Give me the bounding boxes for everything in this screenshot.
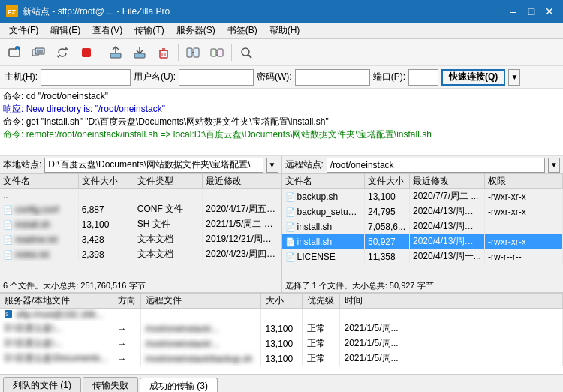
remote-file-name: install.sh	[282, 219, 365, 234]
table-row[interactable]: backup_setup.sh 24,795 2020/4/13/周一-... …	[282, 204, 563, 219]
local-path-dropdown[interactable]: ▼	[266, 158, 278, 173]
connect-dropdown[interactable]: ▼	[508, 69, 520, 86]
remote-status-text: 选择了 1 个文件。大小总共: 50,927 字节	[285, 280, 434, 291]
table-row[interactable]: backup.sh 13,100 2020/7/7/周二 ... -rwxr-x…	[282, 189, 563, 204]
table-row[interactable]: install.sh 7,058,6... 2020/4/13/周一-...	[282, 219, 563, 234]
local-file-type: 文本文档	[134, 232, 203, 247]
tb-upload[interactable]	[104, 42, 127, 63]
table-row[interactable]: D:\百度云盘\Documents... → /root/oneinstack/…	[0, 351, 563, 366]
transfer-size: 13,100	[260, 351, 302, 366]
local-panel-header: 本地站点: ▼	[0, 156, 282, 174]
tb-download[interactable]	[128, 42, 151, 63]
local-col-size[interactable]: 文件大小	[78, 174, 134, 189]
local-file-modified: 2021/1/5/周二 16...	[203, 217, 281, 232]
table-row[interactable]: install.sh 50,927 2020/4/13/周一-... -rwxr…	[282, 234, 563, 249]
local-col-modified[interactable]: 最近修改	[203, 174, 281, 189]
transfer-remote: /root/oneinstack/...	[140, 336, 260, 351]
tb-compare-dirs[interactable]	[206, 42, 228, 63]
title-bar-left: FZ 新站点 - sftp://root@ ... - FileZilla Pr…	[6, 5, 170, 18]
table-row[interactable]: config.conf 6,887 CONF 文件 2020/4/17/周五 9…	[0, 202, 281, 217]
remote-col-size[interactable]: 文件大小	[365, 174, 410, 189]
menu-help[interactable]: 帮助(H)	[263, 23, 306, 38]
transfer-col-time[interactable]: 时间	[339, 294, 563, 309]
svg-text:FZ: FZ	[8, 8, 16, 16]
menu-file[interactable]: 文件(F)	[3, 23, 44, 38]
transfer-priority: 正常	[302, 351, 339, 366]
local-file-name: config.conf	[0, 202, 78, 217]
local-path-label: 本地站点:	[3, 158, 41, 171]
menu-view[interactable]: 查看(V)	[86, 23, 128, 38]
remote-file-size: 24,795	[365, 204, 410, 219]
local-file-type: 文本文档	[134, 247, 203, 262]
port-input[interactable]	[408, 69, 438, 86]
transfer-remote	[140, 309, 260, 321]
local-status-bar: 6 个文件。大小总共: 251,760,516 字节	[0, 279, 282, 292]
transfer-local: D:\百度云盘\...	[0, 321, 113, 336]
remote-file-modified: 2020/4/13/周一-...	[410, 234, 485, 249]
table-row[interactable]: ..	[0, 189, 281, 202]
transfer-time: 2021/1/5/周...	[339, 351, 563, 366]
user-input[interactable]	[179, 69, 254, 86]
transfer-col-size[interactable]: 大小	[260, 294, 302, 309]
maximize-button[interactable]: □	[524, 4, 539, 19]
toolbar-separator-3	[231, 44, 232, 61]
menu-edit[interactable]: 编辑(E)	[44, 23, 86, 38]
tab-queued[interactable]: 列队的文件 (1)	[3, 377, 81, 392]
local-file-type: SH 文件	[134, 217, 203, 232]
remote-col-modified[interactable]: 最近修改	[410, 174, 485, 189]
tab-success[interactable]: 成功的传输 (3)	[140, 378, 218, 392]
transfer-col-local[interactable]: 服务器/本地文件	[0, 294, 113, 309]
table-row[interactable]: LICENSE 11,358 2020/4/13/周一... -rw-r--r-…	[282, 249, 563, 264]
table-row[interactable]: notes.txt 2,398 文本文档 2020/4/23/周四 8...	[0, 247, 281, 262]
transfer-col-dir[interactable]: 方向	[113, 294, 140, 309]
local-path-input[interactable]	[44, 158, 263, 173]
tb-stop[interactable]	[75, 42, 98, 63]
remote-file-perms	[485, 219, 563, 234]
pass-input[interactable]	[295, 69, 370, 86]
table-row[interactable]: D:\百度云盘\... → /root/oneinstack/... 13,10…	[0, 336, 563, 351]
menu-transfer[interactable]: 传输(T)	[128, 23, 170, 38]
table-row[interactable]: D:\百度云盘\... → /root/oneinstack/... 13,10…	[0, 321, 563, 336]
tb-search[interactable]	[235, 42, 257, 63]
menu-bar: 文件(F) 编辑(E) 查看(V) 传输(T) 服务器(S) 书签(B) 帮助(…	[0, 23, 563, 39]
remote-status-bar: 选择了 1 个文件。大小总共: 50,927 字节	[282, 279, 564, 292]
remote-col-name[interactable]: 文件名	[282, 174, 365, 189]
remote-file-perms: -rwxr-xr-x	[485, 189, 563, 204]
pass-label: 密码(W):	[257, 71, 292, 83]
tab-failed[interactable]: 传输失败	[83, 377, 138, 392]
menu-server[interactable]: 服务器(S)	[170, 23, 221, 38]
local-col-type[interactable]: 文件类型	[134, 174, 203, 189]
tb-sync-browse[interactable]	[182, 42, 204, 63]
close-button[interactable]: ✕	[542, 4, 557, 19]
transfer-col-remote[interactable]: 远程文件	[140, 294, 260, 309]
local-col-name[interactable]: 文件名	[0, 174, 78, 189]
transfer-col-priority[interactable]: 优先级	[302, 294, 339, 309]
svg-rect-10	[110, 53, 121, 58]
transfer-time: 2021/1/5/周...	[339, 336, 563, 351]
tb-refresh[interactable]	[51, 42, 74, 63]
remote-path-input[interactable]	[327, 158, 545, 173]
svg-rect-19	[187, 48, 192, 57]
tb-delete[interactable]	[152, 42, 175, 63]
tb-new-connection[interactable]: +	[3, 42, 26, 63]
remote-file-modified: 2020/7/7/周二 ...	[410, 189, 485, 204]
remote-path-dropdown[interactable]: ▼	[548, 158, 560, 173]
remote-col-perms[interactable]: 权限	[485, 174, 563, 189]
tb-site-manager[interactable]	[27, 42, 50, 63]
local-file-modified	[203, 189, 281, 202]
local-file-type	[134, 189, 203, 202]
table-row[interactable]: S sftp://root@192.168...	[0, 309, 563, 321]
transfer-remote: /root/oneinstack/backup.sh	[140, 351, 260, 366]
menu-bookmark[interactable]: 书签(B)	[221, 23, 263, 38]
log-line-3: 命令: remote:/root/oneinstack/install.sh =…	[3, 128, 560, 141]
host-input[interactable]	[41, 69, 131, 86]
remote-panel: 远程站点: ▼ 文件名 文件大小 最近修改 权限 backup.sh 13,	[282, 156, 564, 292]
table-row[interactable]: readme.txt 3,428 文本文档 2019/12/21/周六 ...	[0, 232, 281, 247]
connect-button[interactable]: 快速连接(Q)	[441, 69, 505, 86]
remote-file-name: backup.sh	[282, 189, 365, 204]
title-bar: FZ 新站点 - sftp://root@ ... - FileZilla Pr…	[0, 0, 563, 23]
minimize-button[interactable]: –	[506, 4, 521, 19]
table-row[interactable]: install.sh 13,100 SH 文件 2021/1/5/周二 16..…	[0, 217, 281, 232]
log-area: 命令: cd "/root/oneinstack" 响应: New direct…	[0, 89, 563, 156]
svg-line-28	[248, 55, 251, 58]
